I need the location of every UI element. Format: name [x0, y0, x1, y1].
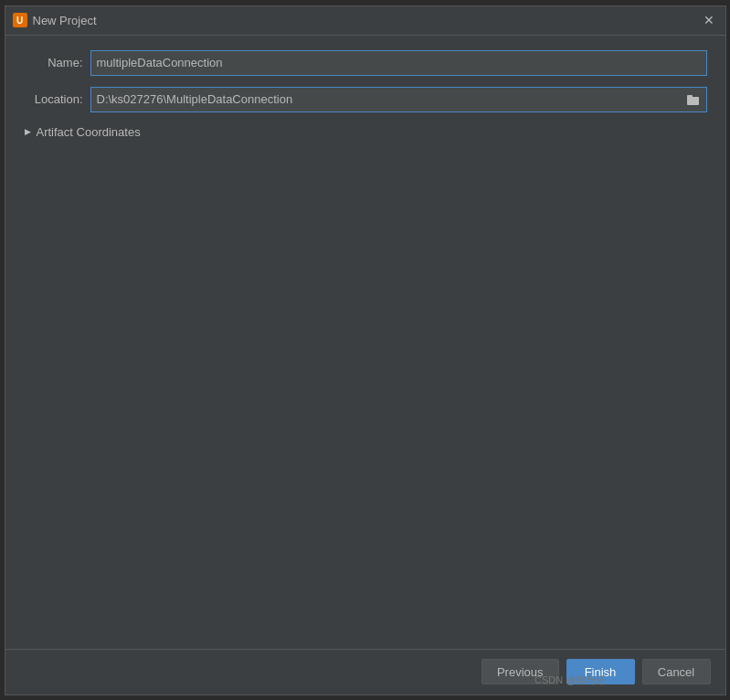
- chevron-right-icon: ▶: [24, 127, 33, 136]
- title-bar-left: U New Project: [13, 13, 97, 27]
- name-input[interactable]: [90, 50, 707, 76]
- location-input-group: [90, 87, 707, 112]
- previous-button[interactable]: Previous: [481, 659, 559, 684]
- cancel-button[interactable]: Cancel: [642, 659, 711, 684]
- location-label: Location:: [24, 92, 83, 106]
- location-row: Location:: [24, 87, 707, 112]
- artifact-coordinates-label: Artifact Coordinates: [37, 125, 141, 139]
- app-icon: U: [13, 13, 27, 27]
- dialog-footer: Previous Finish Cancel: [5, 649, 725, 695]
- close-button[interactable]: ✕: [700, 11, 718, 29]
- name-row: Name:: [24, 50, 707, 76]
- name-label: Name:: [24, 56, 83, 69]
- finish-button[interactable]: Finish: [566, 659, 635, 684]
- svg-rect-0: [687, 97, 699, 105]
- dialog-content: Name: Location: ▶ Artifact Coordinates: [5, 36, 725, 649]
- svg-rect-1: [687, 95, 693, 98]
- folder-icon: [687, 94, 700, 105]
- new-project-dialog: U New Project ✕ Name: Location:: [5, 5, 726, 695]
- browse-button[interactable]: [682, 87, 707, 112]
- content-spacer: [24, 152, 707, 634]
- location-input[interactable]: [90, 87, 682, 112]
- artifact-coordinates-row[interactable]: ▶ Artifact Coordinates: [24, 123, 707, 141]
- title-bar: U New Project ✕: [5, 6, 725, 36]
- dialog-title: New Project: [33, 14, 97, 27]
